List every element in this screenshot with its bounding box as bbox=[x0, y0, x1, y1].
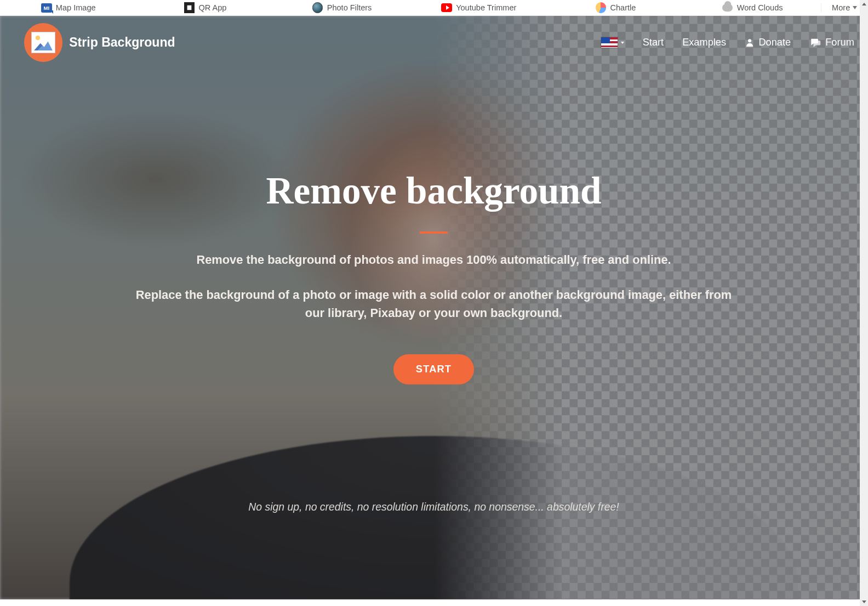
topnav-label: Map Image bbox=[56, 3, 96, 12]
flag-us-icon bbox=[601, 37, 618, 48]
window-scrollbar[interactable] bbox=[860, 0, 868, 606]
logo[interactable] bbox=[24, 23, 62, 61]
start-button[interactable]: START bbox=[393, 354, 475, 384]
caret-down-icon bbox=[853, 6, 857, 9]
topnav-label: QR App bbox=[198, 3, 226, 12]
page-title: Remove background bbox=[266, 169, 602, 213]
topnav-label: Word Clouds bbox=[737, 3, 783, 12]
top-nav-bar: MI Map Image QR App Photo Filters Youtub… bbox=[0, 0, 867, 16]
donate-icon bbox=[745, 38, 755, 48]
chartle-icon bbox=[596, 2, 606, 13]
scroll-down-arrow[interactable] bbox=[860, 598, 868, 606]
svg-point-0 bbox=[748, 39, 751, 42]
main-nav: Start Examples Donate Forum bbox=[601, 37, 854, 48]
hero-section: Strip Background Start Examples Donate F… bbox=[0, 16, 867, 599]
hero-subtitle-2: Replace the background of a photo or ima… bbox=[128, 286, 740, 322]
brand-name[interactable]: Strip Background bbox=[69, 35, 175, 50]
language-selector[interactable] bbox=[601, 37, 624, 48]
hero-footnote: No sign up, no credits, no resolution li… bbox=[248, 501, 619, 513]
nav-examples[interactable]: Examples bbox=[682, 37, 726, 48]
map-image-icon: MI bbox=[41, 2, 52, 13]
topnav-label: Chartle bbox=[610, 3, 636, 12]
accent-divider bbox=[420, 231, 448, 234]
photo-icon bbox=[31, 32, 55, 53]
topnav-label: Photo Filters bbox=[327, 3, 372, 12]
hero-subtitle-1: Remove the background of photos and imag… bbox=[196, 251, 671, 269]
topnav-map-image[interactable]: MI Map Image bbox=[0, 2, 137, 13]
topnav-youtube-trimmer[interactable]: Youtube Trimmer bbox=[410, 2, 547, 13]
cloud-icon bbox=[722, 2, 733, 13]
nav-start[interactable]: Start bbox=[643, 37, 664, 48]
topnav-word-clouds[interactable]: Word Clouds bbox=[684, 2, 821, 13]
youtube-icon bbox=[441, 2, 452, 13]
topnav-chartle[interactable]: Chartle bbox=[547, 2, 684, 13]
nav-forum[interactable]: Forum bbox=[809, 37, 854, 48]
topnav-photo-filters[interactable]: Photo Filters bbox=[273, 2, 410, 13]
nav-donate[interactable]: Donate bbox=[745, 37, 791, 48]
site-header: Strip Background Start Examples Donate F… bbox=[0, 16, 867, 69]
chevron-down-icon bbox=[621, 42, 624, 44]
hero-content: Remove background Remove the background … bbox=[0, 16, 867, 599]
topnav-label: Youtube Trimmer bbox=[456, 3, 516, 12]
forum-icon bbox=[809, 38, 821, 47]
more-label: More bbox=[832, 3, 850, 12]
topnav-qr-app[interactable]: QR App bbox=[137, 2, 274, 13]
qr-icon bbox=[184, 2, 195, 13]
scroll-up-arrow[interactable] bbox=[860, 0, 868, 8]
globe-icon bbox=[312, 2, 323, 13]
